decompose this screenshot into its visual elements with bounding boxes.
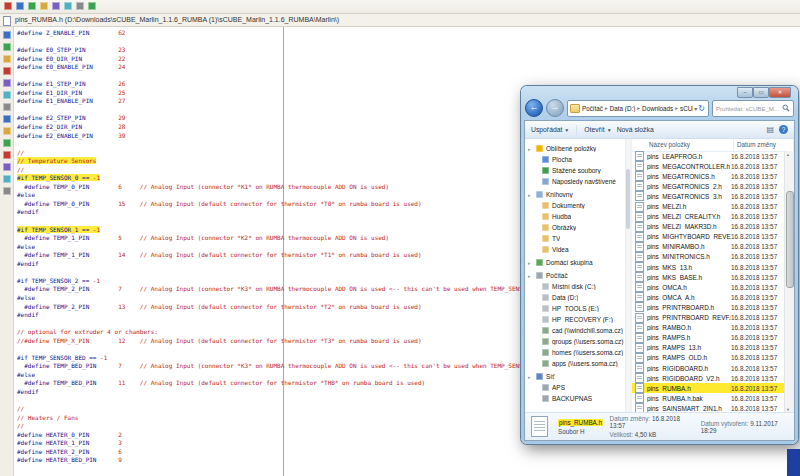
- sidebar-item[interactable]: ▸Síť: [525, 371, 625, 382]
- toolbar-icon[interactable]: [64, 2, 72, 10]
- sidebar-item[interactable]: Naposledy navštívené: [525, 176, 625, 187]
- views-icon[interactable]: ▤: [766, 125, 774, 134]
- file-row[interactable]: pins_RIGIDBOARD.h16.8.2018 13:57: [632, 363, 785, 373]
- sidebar-item[interactable]: Obrázky: [525, 222, 625, 233]
- side-toolbar-icon[interactable]: [3, 43, 11, 51]
- side-toolbar-icon[interactable]: [3, 115, 11, 123]
- side-toolbar-icon[interactable]: [3, 127, 11, 135]
- toolbar-icon[interactable]: [28, 2, 36, 10]
- sidebar-item[interactable]: Hudba: [525, 211, 625, 222]
- organize-button[interactable]: Uspořádat ▼: [531, 126, 569, 133]
- file-row[interactable]: pins_LEAPFROG.h16.8.2018 13:57: [632, 151, 785, 161]
- breadcrumb-item[interactable]: Downloads: [642, 105, 673, 112]
- sidebar-item[interactable]: BACKUPNAS: [525, 393, 625, 404]
- column-header-name[interactable]: Název položky: [632, 139, 734, 151]
- sidebar-item[interactable]: apps (\\users.soma.cz): [525, 358, 625, 369]
- forward-button[interactable]: →: [546, 99, 564, 117]
- sidebar-item[interactable]: Data (D:): [525, 292, 625, 303]
- side-toolbar-icon[interactable]: [3, 79, 11, 87]
- new-folder-button[interactable]: Nová složka: [617, 126, 654, 133]
- file-row[interactable]: pins_RAMBO.h16.8.2018 13:57: [632, 323, 785, 333]
- file-row[interactable]: pins_RUMBA.h.bak16.8.2018 13:57: [632, 393, 785, 403]
- open-button[interactable]: Otevřít ▼: [584, 126, 611, 133]
- file-row[interactable]: pins_RUMBA.h16.8.2018 13:57: [632, 383, 785, 393]
- sidebar-item[interactable]: ▸Oblíbené položky: [525, 143, 625, 154]
- file-row[interactable]: pins_MELZI_MAKR3D.h16.8.2018 13:57: [632, 222, 785, 232]
- column-header-date[interactable]: Datum změny: [734, 139, 794, 151]
- address-dropdown-icon[interactable]: ▾: [694, 105, 697, 112]
- expander-icon[interactable]: ▸: [528, 273, 533, 279]
- code-line-text: //#define TEMP_X_PIN 12 // Analog Input …: [17, 337, 422, 344]
- side-toolbar-icon[interactable]: [3, 175, 11, 183]
- scrollbar-thumb[interactable]: [786, 191, 794, 288]
- toolbar-icon[interactable]: [4, 2, 12, 10]
- expander-icon[interactable]: ▸: [528, 260, 533, 266]
- file-row[interactable]: pins_MKS_BASE.h16.8.2018 13:57: [632, 272, 785, 282]
- toolbar-icon[interactable]: [88, 2, 96, 10]
- file-row[interactable]: pins_OMCA_A.h16.8.2018 13:57: [632, 292, 785, 302]
- file-row[interactable]: pins_PRINTRBOARD_REVF.h16.8.2018 13:57: [632, 313, 785, 323]
- refresh-icon[interactable]: ↻: [698, 104, 705, 113]
- search-box[interactable]: Prohledat: sCUBE_M...: [712, 100, 794, 117]
- close-button[interactable]: ✕: [769, 87, 791, 98]
- side-toolbar-icon[interactable]: [3, 187, 11, 195]
- file-row[interactable]: pins_OMCA.h16.8.2018 13:57: [632, 282, 785, 292]
- file-row[interactable]: pins_PRINTRBOARD.h16.8.2018 13:57: [632, 302, 785, 312]
- file-row[interactable]: pins_MIGHTYBOARD_REVE.h16.8.2018 13:57: [632, 232, 785, 242]
- side-toolbar-icon[interactable]: [3, 139, 11, 147]
- sidebar-item[interactable]: Místní disk (C:): [525, 281, 625, 292]
- file-row[interactable]: pins_MELZI_CREALITY.h16.8.2018 13:57: [632, 212, 785, 222]
- minimize-button[interactable]: –: [737, 87, 753, 98]
- sidebar-item[interactable]: Plocha: [525, 154, 625, 165]
- file-row[interactable]: pins_MEGATRONICS.h16.8.2018 13:57: [632, 171, 785, 181]
- sidebar-item[interactable]: groups (\\users.soma.cz): [525, 336, 625, 347]
- file-row[interactable]: pins_MINIRAMBO.h16.8.2018 13:57: [632, 242, 785, 252]
- expander-icon[interactable]: ▸: [528, 192, 533, 198]
- file-row[interactable]: pins_MEGACONTROLLER.h16.8.2018 13:57: [632, 161, 785, 171]
- maximize-button[interactable]: ▭: [753, 87, 769, 98]
- sidebar-scrollbar-thumb[interactable]: [626, 169, 630, 229]
- file-row[interactable]: pins_RAMPS_OLD.h16.8.2018 13:57: [632, 353, 785, 363]
- sidebar-item[interactable]: ▸Domácí skupina: [525, 257, 625, 268]
- sidebar-item[interactable]: APS: [525, 382, 625, 393]
- toolbar-icon[interactable]: [52, 2, 60, 10]
- breadcrumb-item[interactable]: sCUBE_Marlin_1.1.6_RUMBA (1): [680, 105, 693, 112]
- side-toolbar-icon[interactable]: [3, 91, 11, 99]
- sidebar-item[interactable]: Dokumenty: [525, 200, 625, 211]
- file-row[interactable]: pins_MEGATRONICS_2.h16.8.2018 13:57: [632, 181, 785, 191]
- sidebar-item[interactable]: ▸Počítač: [525, 270, 625, 281]
- address-bar[interactable]: Počítač▸Data (D:)▸Downloads▸sCUBE_Marlin…: [567, 100, 709, 117]
- breadcrumb-item[interactable]: Data (D:): [610, 105, 636, 112]
- toolbar-icon[interactable]: [40, 2, 48, 10]
- side-toolbar-icon[interactable]: [3, 163, 11, 171]
- side-toolbar-icon[interactable]: [3, 151, 11, 159]
- back-button[interactable]: ←: [525, 99, 543, 117]
- file-row[interactable]: pins_MKS_13.h16.8.2018 13:57: [632, 262, 785, 272]
- expander-icon[interactable]: ▸: [528, 146, 533, 152]
- toolbar-icon[interactable]: [76, 2, 84, 10]
- file-row[interactable]: pins_MEGATRONICS_3.h16.8.2018 13:57: [632, 191, 785, 201]
- file-row[interactable]: pins_RAMPS_13.h16.8.2018 13:57: [632, 343, 785, 353]
- breadcrumb-item[interactable]: Počítač: [582, 105, 603, 112]
- expander-icon[interactable]: ▸: [528, 374, 533, 380]
- file-row[interactable]: pins_RAMPS.h16.8.2018 13:57: [632, 333, 785, 343]
- file-row[interactable]: pins_MINITRONICS.h16.8.2018 13:57: [632, 252, 785, 262]
- file-row[interactable]: pins_RIGIDBOARD_V2.h16.8.2018 13:57: [632, 373, 785, 383]
- file-list-scrollbar[interactable]: [784, 151, 794, 413]
- sidebar-item[interactable]: Videa: [525, 244, 625, 255]
- sidebar-item[interactable]: HP_RECOVERY (F:): [525, 314, 625, 325]
- side-toolbar-icon[interactable]: [3, 67, 11, 75]
- side-toolbar-icon[interactable]: [3, 103, 11, 111]
- file-row[interactable]: pins_MELZI.h16.8.2018 13:57: [632, 201, 785, 211]
- side-toolbar-icon[interactable]: [3, 31, 11, 39]
- library-icon: [542, 213, 549, 220]
- side-toolbar-icon[interactable]: [3, 55, 11, 63]
- sidebar-item[interactable]: Stažené soubory: [525, 165, 625, 176]
- sidebar-item[interactable]: homes (\\users.soma.cz): [525, 347, 625, 358]
- help-icon[interactable]: ?: [779, 125, 788, 134]
- sidebar-item[interactable]: cad (\\windchill.soma.cz): [525, 325, 625, 336]
- toolbar-icon[interactable]: [16, 2, 24, 10]
- sidebar-item[interactable]: TV: [525, 233, 625, 244]
- sidebar-item[interactable]: ▸Knihovny: [525, 189, 625, 200]
- sidebar-item[interactable]: HP_TOOLS (E:): [525, 303, 625, 314]
